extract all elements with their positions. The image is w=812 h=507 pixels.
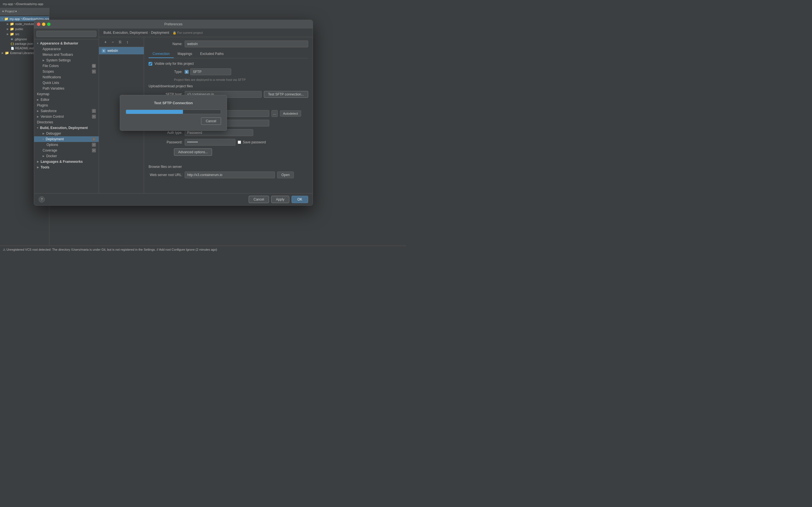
preferences-dialog: Preferences ▾ Appearance & Behavior A [34,20,313,206]
progress-bar-fill [126,110,183,114]
status-bar: ⚠ Unregistered VCS root detected: The di… [0,245,406,253]
test-sftp-cancel-button[interactable]: Cancel [201,117,221,125]
dialog-body: ▾ Appearance & Behavior Appearance Menus… [34,29,313,193]
test-sftp-overlay: Test SFTP Connection Cancel [99,29,313,193]
json-file-icon: { } [11,42,14,45]
expand-icon: ▶ [7,22,9,25]
panel-title: ▾ Project ▾ [2,10,17,13]
project-panel-header: ▾ Project ▾ [0,8,49,15]
folder-icon: 📁 [10,27,14,31]
tree-item-label: src [15,33,19,36]
folder-icon: 📁 [5,51,9,55]
progress-bar-container [126,110,221,114]
tree-item-label: README.md [15,47,34,50]
expand-icon: ▶ [2,52,4,54]
test-sftp-dialog: Test SFTP Connection Cancel [120,95,227,131]
md-file-icon: 📄 [11,47,14,50]
folder-icon: 📁 [10,32,14,36]
ide-background: my-app ~/Downloads/my-app ▾ Project ▾ ▾ … [0,0,406,253]
expand-icon: ▶ [7,27,9,31]
expand-icon: ▶ [7,33,9,36]
tree-item-label: public [15,27,23,31]
tree-item-label: External Libraries [10,51,35,55]
folder-icon: 📁 [4,17,8,21]
git-file-icon: ◈ [11,37,13,41]
expand-icon: ▾ [2,17,3,20]
tree-item-label: package.json [15,42,33,45]
title-bar: my-app ~/Downloads/my-app [0,0,406,8]
test-sftp-actions: Cancel [126,117,221,125]
preferences-content: Build, Execution, Deployment › Deploymen… [99,29,313,193]
test-sftp-dialog-title: Test SFTP Connection [126,101,221,105]
tree-item-label: .gitignore [14,38,27,41]
folder-icon: 📁 [10,22,14,26]
app-title: my-app ~/Downloads/my-app [3,2,43,6]
status-message: ⚠ Unregistered VCS root detected: The di… [3,248,217,251]
